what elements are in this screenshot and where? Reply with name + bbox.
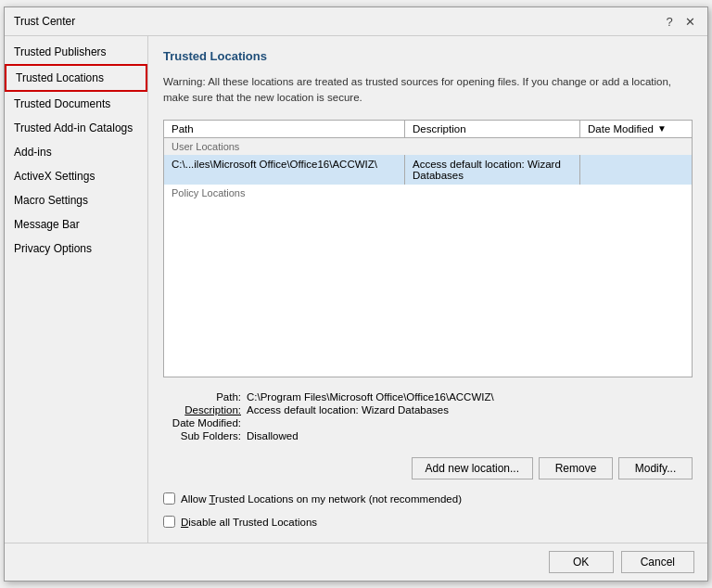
table-header: Path Description Date Modified ▼ [164, 121, 692, 138]
ok-button[interactable]: OK [549, 551, 614, 573]
main-content: Trusted Locations Warning: All these loc… [148, 36, 707, 543]
close-button[interactable]: ✕ [681, 13, 698, 30]
help-button[interactable]: ? [661, 13, 678, 30]
sidebar-item-macro-settings[interactable]: Macro Settings [5, 188, 147, 212]
detail-description-value: Access default location: Wizard Database… [247, 404, 693, 415]
row-path: C:\...iles\Microsoft Office\Office16\ACC… [164, 155, 405, 185]
dialog-footer: OK Cancel [5, 543, 707, 581]
action-buttons: Add new location... Remove Modify... [163, 454, 693, 483]
disable-all-label: Disable all Trusted Locations [181, 517, 317, 528]
detail-section: Path: C:\Program Files\Microsoft Office\… [163, 385, 693, 446]
trust-center-dialog: Trust Center ? ✕ Trusted Publishers Trus… [4, 6, 708, 582]
sidebar-item-trusted-add-in-catalogs[interactable]: Trusted Add-in Catalogs [5, 116, 147, 140]
detail-description-label: Description: [163, 404, 247, 415]
table-row[interactable]: C:\...iles\Microsoft Office\Office16\ACC… [164, 155, 692, 185]
sidebar-item-trusted-publishers[interactable]: Trusted Publishers [5, 40, 147, 64]
sidebar-item-privacy-options[interactable]: Privacy Options [5, 236, 147, 261]
modify-button[interactable]: Modify... [618, 457, 693, 479]
sidebar: Trusted Publishers Trusted Locations Tru… [5, 36, 148, 543]
detail-date-row: Date Modified: [163, 416, 693, 429]
sidebar-item-add-ins[interactable]: Add-ins [5, 140, 147, 164]
sidebar-item-activex-settings[interactable]: ActiveX Settings [5, 164, 147, 188]
sidebar-item-trusted-locations[interactable]: Trusted Locations [5, 64, 147, 92]
detail-date-label: Date Modified: [163, 417, 247, 428]
policy-locations-label: Policy Locations [164, 185, 692, 201]
detail-subfolders-value: Disallowed [247, 430, 693, 441]
warning-text: Warning: All these locations are treated… [163, 74, 693, 107]
section-title: Trusted Locations [163, 49, 693, 63]
detail-description-row: Description: Access default location: Wi… [163, 403, 693, 416]
disable-all-checkbox[interactable] [163, 516, 175, 528]
allow-network-checkbox[interactable] [163, 492, 175, 505]
locations-table: Path Description Date Modified ▼ User Lo… [163, 120, 693, 378]
dialog-title: Trust Center [14, 15, 75, 28]
col-path: Path [164, 121, 405, 137]
remove-button[interactable]: Remove [539, 457, 613, 479]
col-description: Description [405, 121, 580, 137]
detail-subfolders-row: Sub Folders: Disallowed [163, 429, 693, 442]
sort-icon: ▼ [657, 123, 667, 134]
add-new-location-button[interactable]: Add new location... [412, 457, 533, 479]
sidebar-item-trusted-documents[interactable]: Trusted Documents [5, 92, 147, 116]
sidebar-item-message-bar[interactable]: Message Bar [5, 212, 147, 236]
detail-subfolders-label: Sub Folders: [163, 430, 247, 441]
title-bar: Trust Center ? ✕ [5, 7, 707, 36]
row-date [580, 155, 692, 185]
detail-path-label: Path: [163, 391, 247, 403]
col-date-modified: Date Modified ▼ [580, 121, 692, 137]
detail-path-value: C:\Program Files\Microsoft Office\Office… [247, 391, 693, 403]
title-bar-controls: ? ✕ [661, 13, 698, 30]
detail-date-value [247, 417, 693, 428]
detail-path-row: Path: C:\Program Files\Microsoft Office\… [163, 390, 693, 403]
table-body: User Locations C:\...iles\Microsoft Offi… [164, 138, 692, 377]
user-locations-label: User Locations [164, 138, 692, 155]
disable-all-checkbox-row: Disable all Trusted Locations [163, 514, 693, 530]
dialog-body: Trusted Publishers Trusted Locations Tru… [5, 36, 707, 543]
allow-network-label: Allow Trusted Locations on my network (n… [181, 493, 462, 505]
row-description: Access default location: Wizard Database… [405, 155, 580, 185]
allow-network-checkbox-row: Allow Trusted Locations on my network (n… [163, 491, 693, 506]
cancel-button[interactable]: Cancel [621, 551, 694, 573]
